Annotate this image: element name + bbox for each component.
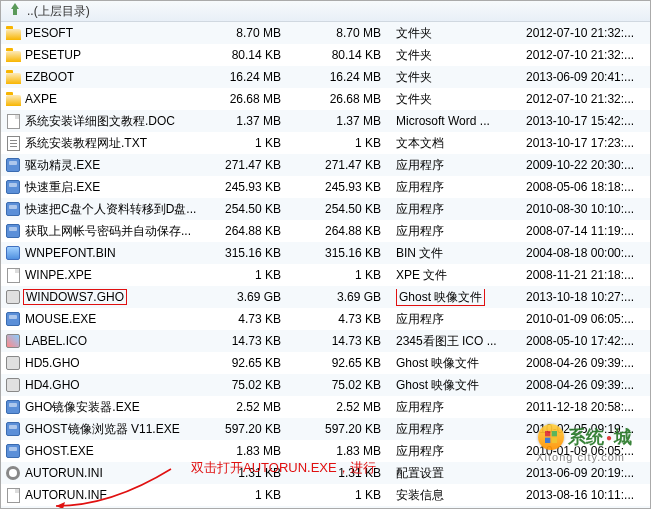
file-name: PESETUP bbox=[25, 48, 81, 62]
file-date-cell: 2013-10-18 10:27:... bbox=[521, 290, 650, 304]
file-row[interactable]: 快速重启.EXE245.93 KB245.93 KB应用程序2008-05-06… bbox=[1, 176, 650, 198]
file-row[interactable]: 系统安装详细图文教程.DOC1.37 MB1.37 MBMicrosoft Wo… bbox=[1, 110, 650, 132]
ico-icon bbox=[5, 333, 21, 349]
file-size2-cell: 92.65 KB bbox=[291, 356, 391, 370]
file-name: WINDOWS7.GHO bbox=[25, 290, 127, 304]
file-name-cell: PESETUP bbox=[1, 47, 216, 63]
folder-icon bbox=[5, 25, 21, 41]
file-row[interactable]: WINPE.XPE1 KB1 KBXPE 文件2008-11-21 21:18:… bbox=[1, 264, 650, 286]
svg-rect-3 bbox=[545, 438, 550, 443]
file-size2-cell: 1 KB bbox=[291, 136, 391, 150]
svg-rect-1 bbox=[545, 431, 550, 436]
file-size2-cell: 8.70 MB bbox=[291, 26, 391, 40]
file-size2-cell: 271.47 KB bbox=[291, 158, 391, 172]
file-size-cell: 26.68 MB bbox=[216, 92, 291, 106]
file-name: 快速重启.EXE bbox=[25, 179, 100, 196]
file-date-cell: 2013-08-16 10:11:... bbox=[521, 488, 650, 502]
file-row[interactable]: PESOFT8.70 MB8.70 MB文件夹2012-07-10 21:32:… bbox=[1, 22, 650, 44]
file-type-cell: 应用程序 bbox=[391, 223, 521, 240]
file-name: GHOST.EXE bbox=[25, 444, 94, 458]
file-date-cell: 2013-06-09 20:41:... bbox=[521, 70, 650, 84]
cog-icon bbox=[5, 465, 21, 481]
file-name-cell: HD4.GHO bbox=[1, 377, 216, 393]
exe-icon bbox=[5, 179, 21, 195]
file-name-cell: AXPE bbox=[1, 91, 216, 107]
file-name: 系统安装详细图文教程.DOC bbox=[25, 113, 175, 130]
file-size-cell: 271.47 KB bbox=[216, 158, 291, 172]
file-size-cell: 4.73 KB bbox=[216, 312, 291, 326]
file-size2-cell: 264.88 KB bbox=[291, 224, 391, 238]
file-row[interactable]: HD5.GHO92.65 KB92.65 KBGhost 映像文件2008-04… bbox=[1, 352, 650, 374]
doc-icon bbox=[5, 487, 21, 503]
file-name: HD4.GHO bbox=[25, 378, 80, 392]
file-size-cell: 3.69 GB bbox=[216, 290, 291, 304]
watermark: 系统 ● 城 bbox=[538, 424, 632, 450]
file-type-cell: 文本文档 bbox=[391, 135, 521, 152]
file-name: 驱动精灵.EXE bbox=[25, 157, 100, 174]
file-date-cell: 2013-10-17 17:23:... bbox=[521, 136, 650, 150]
file-size2-cell: 14.73 KB bbox=[291, 334, 391, 348]
file-type-cell: 文件夹 bbox=[391, 91, 521, 108]
gho-icon bbox=[5, 289, 21, 305]
file-type-cell: Microsoft Word ... bbox=[391, 114, 521, 128]
file-name-cell: AUTORUN.INI bbox=[1, 465, 216, 481]
img-icon bbox=[5, 245, 21, 261]
file-row[interactable]: WINDOWS7.GHO3.69 GB3.69 GBGhost 映像文件2013… bbox=[1, 286, 650, 308]
watermark-brand2: 城 bbox=[614, 425, 632, 449]
gho-icon bbox=[5, 355, 21, 371]
file-date-cell: 2008-05-06 18:18:... bbox=[521, 180, 650, 194]
file-row[interactable]: EZBOOT16.24 MB16.24 MB文件夹2013-06-09 20:4… bbox=[1, 66, 650, 88]
annotation-text: 双击打开AUTORUN.EXE，进行 bbox=[191, 459, 376, 477]
file-row[interactable]: 获取上网帐号密码并自动保存...264.88 KB264.88 KB应用程序20… bbox=[1, 220, 650, 242]
file-name: 获取上网帐号密码并自动保存... bbox=[25, 223, 191, 240]
file-size-cell: 80.14 KB bbox=[216, 48, 291, 62]
file-row[interactable]: 驱动精灵.EXE271.47 KB271.47 KB应用程序2009-10-22… bbox=[1, 154, 650, 176]
file-name-cell: WINPE.XPE bbox=[1, 267, 216, 283]
file-size-cell: 2.52 MB bbox=[216, 400, 291, 414]
file-type-cell: 应用程序 bbox=[391, 157, 521, 174]
file-date-cell: 2009-10-22 20:30:... bbox=[521, 158, 650, 172]
file-size2-cell: 26.68 MB bbox=[291, 92, 391, 106]
file-type-cell: 安装信息 bbox=[391, 487, 521, 504]
file-size-cell: 8.70 MB bbox=[216, 26, 291, 40]
file-row[interactable]: LABEL.ICO14.73 KB14.73 KB2345看图王 ICO ...… bbox=[1, 330, 650, 352]
svg-rect-4 bbox=[552, 438, 557, 443]
exe-icon bbox=[5, 223, 21, 239]
file-size-cell: 597.20 KB bbox=[216, 422, 291, 436]
file-type-cell: 应用程序 bbox=[391, 179, 521, 196]
file-name: 快速把C盘个人资料转移到D盘... bbox=[25, 201, 196, 218]
exe-icon bbox=[5, 421, 21, 437]
file-name: GHO镜像安装器.EXE bbox=[25, 399, 140, 416]
file-row[interactable]: PESETUP80.14 KB80.14 KB文件夹2012-07-10 21:… bbox=[1, 44, 650, 66]
exe-icon bbox=[5, 311, 21, 327]
file-size2-cell: 245.93 KB bbox=[291, 180, 391, 194]
gho-icon bbox=[5, 377, 21, 393]
file-date-cell: 2012-07-10 21:32:... bbox=[521, 48, 650, 62]
file-type-cell: 应用程序 bbox=[391, 421, 521, 438]
file-name: PESOFT bbox=[25, 26, 73, 40]
file-row[interactable]: GHO镜像安装器.EXE2.52 MB2.52 MB应用程序2011-12-18… bbox=[1, 396, 650, 418]
file-row[interactable]: WNPEFONT.BIN315.16 KB315.16 KBBIN 文件2004… bbox=[1, 242, 650, 264]
file-size-cell: 1 KB bbox=[216, 488, 291, 502]
file-name: WINPE.XPE bbox=[25, 268, 92, 282]
file-row[interactable]: AUTORUN.INF1 KB1 KB安装信息2013-08-16 10:11:… bbox=[1, 484, 650, 506]
doc-icon bbox=[5, 267, 21, 283]
file-size2-cell: 315.16 KB bbox=[291, 246, 391, 260]
doc-icon bbox=[5, 113, 21, 129]
file-size-cell: 1.83 MB bbox=[216, 444, 291, 458]
file-type-cell: 文件夹 bbox=[391, 69, 521, 86]
file-row[interactable]: AXPE26.68 MB26.68 MB文件夹2012-07-10 21:32:… bbox=[1, 88, 650, 110]
file-size-cell: 245.93 KB bbox=[216, 180, 291, 194]
file-date-cell: 2010-08-30 10:10:... bbox=[521, 202, 650, 216]
file-size2-cell: 75.02 KB bbox=[291, 378, 391, 392]
parent-directory-row[interactable]: ..(上层目录) bbox=[1, 1, 650, 22]
file-row[interactable]: HD4.GHO75.02 KB75.02 KBGhost 映像文件2008-04… bbox=[1, 374, 650, 396]
file-name-cell: 驱动精灵.EXE bbox=[1, 157, 216, 174]
file-row[interactable]: 系统安装教程网址.TXT1 KB1 KB文本文档2013-10-17 17:23… bbox=[1, 132, 650, 154]
file-size-cell: 1.37 MB bbox=[216, 114, 291, 128]
file-row[interactable]: 快速把C盘个人资料转移到D盘...254.50 KB254.50 KB应用程序2… bbox=[1, 198, 650, 220]
file-size2-cell: 16.24 MB bbox=[291, 70, 391, 84]
file-date-cell: 2011-12-18 20:58:... bbox=[521, 400, 650, 414]
file-type-cell: 应用程序 bbox=[391, 201, 521, 218]
file-row[interactable]: MOUSE.EXE4.73 KB4.73 KB应用程序2010-01-09 06… bbox=[1, 308, 650, 330]
